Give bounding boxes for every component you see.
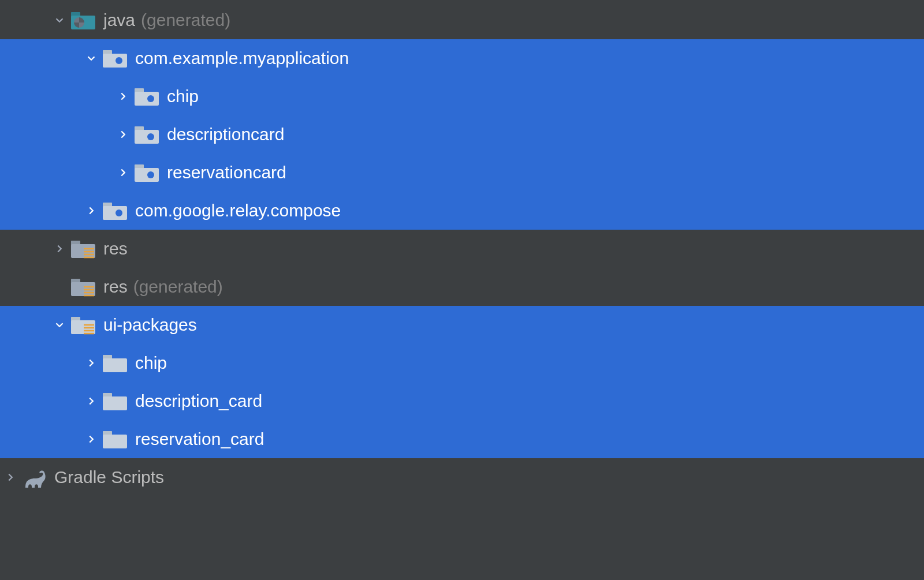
chevron-down-icon[interactable] [49, 14, 70, 27]
svg-rect-39 [103, 396, 127, 410]
project-tree: java (generated) com.example.myapplicati… [0, 0, 924, 496]
svg-point-5 [116, 57, 122, 64]
chevron-right-icon[interactable] [49, 242, 70, 255]
svg-rect-37 [103, 358, 127, 372]
tree-node-uip-reservation-card[interactable]: reservation_card [0, 420, 924, 458]
tree-node-package-chip[interactable]: chip [0, 77, 924, 115]
package-folder-icon [102, 200, 128, 221]
chevron-right-icon[interactable] [113, 166, 133, 179]
svg-point-8 [147, 95, 154, 102]
gradle-icon [21, 467, 47, 488]
resource-folder-icon [70, 315, 96, 335]
svg-point-14 [147, 171, 154, 178]
tree-label: res [103, 239, 128, 259]
tree-node-res[interactable]: res [0, 230, 924, 268]
tree-node-java-generated[interactable]: java (generated) [0, 1, 924, 39]
package-folder-icon [102, 48, 128, 69]
tree-label: com.google.relay.compose [135, 201, 341, 220]
chevron-down-icon[interactable] [81, 52, 102, 65]
svg-rect-7 [135, 92, 159, 106]
chevron-right-icon[interactable] [81, 204, 102, 217]
folder-icon [102, 353, 128, 373]
tree-node-uip-chip[interactable]: chip [0, 344, 924, 382]
resource-folder-icon [70, 276, 96, 297]
chevron-right-icon[interactable] [81, 395, 102, 407]
tree-label: com.example.myapplication [135, 48, 349, 68]
chevron-right-icon[interactable] [113, 128, 133, 141]
folder-icon [102, 391, 128, 411]
chevron-right-icon[interactable] [81, 357, 102, 369]
tree-label: reservation_card [135, 429, 264, 449]
tree-annotation: (generated) [141, 10, 230, 30]
tree-label: Gradle Scripts [54, 467, 164, 487]
tree-node-uip-description-card[interactable]: description_card [0, 382, 924, 420]
tree-label: descriptioncard [167, 125, 284, 144]
tree-node-package-reservationcard[interactable]: reservationcard [0, 154, 924, 192]
tree-node-ui-packages[interactable]: ui-packages [0, 306, 924, 344]
resource-folder-icon [70, 238, 96, 259]
chevron-right-icon[interactable] [113, 90, 133, 103]
svg-rect-10 [135, 130, 159, 144]
chevron-right-icon[interactable] [81, 433, 102, 446]
tree-annotation: (generated) [133, 277, 223, 297]
tree-label: chip [167, 87, 199, 106]
tree-label: ui-packages [103, 315, 197, 335]
tree-node-package-descriptioncard[interactable]: descriptioncard [0, 115, 924, 154]
tree-node-res-generated[interactable]: res (generated) [0, 268, 924, 306]
svg-rect-16 [103, 206, 127, 220]
package-folder-icon [133, 86, 160, 107]
svg-rect-4 [103, 54, 127, 68]
svg-rect-13 [135, 168, 159, 182]
tree-node-package-relay-compose[interactable]: com.google.relay.compose [0, 192, 924, 230]
svg-point-42 [36, 475, 38, 477]
svg-rect-41 [103, 435, 127, 448]
tree-label: description_card [135, 391, 262, 411]
svg-point-11 [147, 133, 154, 140]
tree-node-package-main[interactable]: com.example.myapplication [0, 39, 924, 77]
package-folder-icon [133, 124, 160, 145]
tree-label: res [103, 277, 128, 297]
chevron-down-icon[interactable] [49, 319, 70, 331]
folder-generated-icon [70, 10, 96, 31]
folder-icon [102, 429, 128, 450]
package-folder-icon [133, 162, 160, 183]
tree-node-gradle-scripts[interactable]: Gradle Scripts [0, 458, 924, 496]
tree-label: chip [135, 353, 167, 373]
tree-label: reservationcard [167, 163, 286, 182]
svg-point-17 [116, 209, 122, 216]
tree-label: java [103, 10, 135, 30]
chevron-right-icon[interactable] [0, 471, 21, 484]
